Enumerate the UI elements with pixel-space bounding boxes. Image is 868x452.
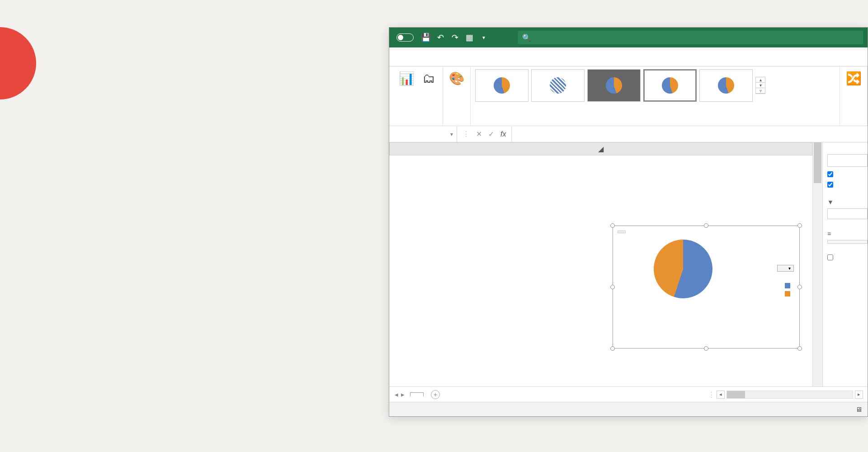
field-checkbox-id[interactable] [827,171,868,177]
undo-icon[interactable]: ↶ [435,33,445,42]
sheet-tab[interactable] [410,392,424,396]
chart-field-button[interactable] [618,231,626,233]
select-all-cell[interactable]: ◢ [390,143,812,155]
chart-legend[interactable] [785,280,793,299]
field-search-input[interactable] [827,154,868,167]
switch-row-column-button[interactable]: 🔀 [844,69,863,89]
palette-icon: 🎨 [448,69,466,87]
pivot-chart[interactable]: ▾ [613,226,800,348]
group-label [475,121,835,125]
sheet-tabs-bar: ◂ ▸ + ⋮ ◂ ▸ [389,386,868,402]
filters-area[interactable]: ▼ [827,198,868,206]
status-bar: 🖥 [389,402,868,416]
worksheet-grid[interactable]: ◢ ▾ [389,142,812,386]
quick-layout-icon: 🗂 [420,69,438,87]
quick-layout-button[interactable]: 🗂 [420,69,438,89]
formula-bar-row: ▾ ⋮ ✕ ✓ fx [389,126,868,142]
search-input[interactable]: 🔍 [518,31,863,44]
enter-icon[interactable]: ✓ [488,130,494,138]
sheet-nav-next-icon[interactable]: ▸ [401,391,405,399]
ribbon-tabs [389,47,868,66]
axis-area[interactable]: ≡ [827,230,868,237]
search-icon: 🔍 [522,33,531,42]
save-icon[interactable]: 💾 [421,33,431,42]
pie-chart[interactable] [654,240,712,298]
autosave-toggle[interactable] [394,33,416,42]
new-sheet-button[interactable]: + [431,390,440,399]
legend-field-dropdown[interactable]: ▾ [777,265,794,272]
formula-input[interactable] [511,126,868,142]
change-colors-button[interactable]: 🎨 [448,69,466,89]
gallery-scroll[interactable]: ▴▾▿ [755,77,765,94]
add-chart-element-button[interactable]: 📊 [397,69,415,89]
axis-field-pill[interactable] [827,240,868,244]
hscroll-left-icon[interactable]: ◂ [717,391,725,399]
title-bar: 💾 ↶ ↷ ▦ ▾ 🔍 [389,28,868,47]
name-box[interactable]: ▾ [389,126,457,142]
qat-dropdown-icon[interactable]: ▾ [479,33,489,42]
redo-icon[interactable]: ↷ [450,33,460,42]
sheet-nav-prev-icon[interactable]: ◂ [395,391,398,399]
touch-mode-icon[interactable]: ▦ [464,33,474,42]
chart-styles-gallery[interactable]: ▴▾▿ [475,69,765,102]
pivotchart-fields-pane: ▼ ≡ [822,142,868,386]
add-chart-icon: 📊 [397,69,415,87]
switch-icon: 🔀 [844,69,863,87]
cancel-icon[interactable]: ✕ [476,130,482,138]
field-checkbox-sex[interactable] [827,182,868,188]
excel-window: 💾 ↶ ↷ ▦ ▾ 🔍 📊 🗂 [389,27,868,417]
hscroll-right-icon[interactable]: ▸ [855,391,863,399]
ribbon: 📊 🗂 🎨 [389,66,868,126]
display-settings-button[interactable]: 🖥 [855,405,862,413]
fx-icon[interactable]: fx [500,130,506,138]
vertical-scrollbar[interactable] [812,142,822,386]
group-label [397,121,438,125]
horizontal-scrollbar[interactable] [726,391,853,399]
defer-checkbox[interactable] [827,254,868,260]
